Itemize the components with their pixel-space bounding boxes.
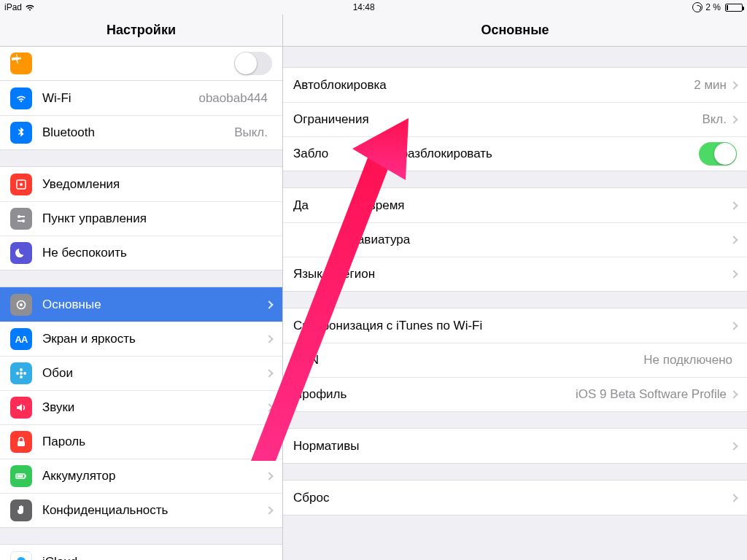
sidebar-item-label: iCloud (42, 555, 272, 561)
sidebar-item-label: Не беспокоить (42, 246, 272, 260)
flower-icon (10, 362, 32, 384)
detail-item-label: Автоблокировка (293, 78, 694, 93)
sidebar-item-не-беспокоить[interactable]: Не беспокоить (0, 236, 282, 270)
moon-icon (10, 242, 32, 264)
detail-panel: Основные Автоблокировка2 минОграниченияВ… (283, 15, 747, 560)
detail-item-профиль[interactable]: ПрофильiOS 9 Beta Software Profile (283, 377, 747, 411)
speaker-icon (10, 397, 32, 419)
sidebar-item-основные[interactable]: Основные (0, 287, 282, 322)
sidebar-item-value: obaobab444 (198, 91, 268, 106)
chevron-right-icon (265, 506, 273, 514)
detail-item-label: Профиль (293, 387, 576, 402)
svg-point-12 (23, 372, 26, 375)
sidebar-item-конфиденциальность[interactable]: Конфиденциальность (0, 493, 282, 527)
bluetooth-icon (10, 122, 32, 144)
chevron-right-icon (729, 115, 738, 123)
svg-point-9 (20, 368, 23, 371)
chevron-right-icon (265, 438, 273, 446)
lock-icon (10, 431, 32, 453)
sidebar-item-icloud[interactable]: iCloud (0, 545, 282, 560)
sidebar-item-bluetooth[interactable]: BluetoothВыкл. (0, 115, 282, 149)
sidebar-item-label: Пункт управления (42, 211, 272, 226)
detail-item-автоблокировка[interactable]: Автоблокировка2 мин (283, 68, 747, 102)
sidebar-item-label: Уведомления (42, 177, 272, 192)
svg-point-11 (16, 372, 19, 375)
detail-item-label: VPN (293, 353, 643, 368)
sidebar-item-обои[interactable]: Обои (0, 356, 282, 390)
detail-item-value: iOS 9 Beta Software Profile (576, 387, 727, 402)
aa-icon: AA (10, 328, 32, 350)
sidebar-item-звуки[interactable]: Звуки (0, 390, 282, 424)
toggle-switch[interactable] (699, 142, 737, 166)
svg-point-8 (20, 372, 23, 375)
detail-item-label: Синхронизация с iTunes по Wi-Fi (293, 319, 731, 333)
sidebar-item-пункт-управления[interactable]: Пункт управления (0, 201, 282, 236)
sidebar-item-label: Пароль (42, 435, 266, 449)
battery-percent: 2 % (705, 2, 721, 12)
detail-item-ограничения[interactable]: ОграниченияВкл. (283, 102, 747, 136)
sidebar-item-value: Выкл. (234, 125, 268, 140)
sidebar-item-аккумулятор[interactable]: Аккумулятор (0, 459, 282, 493)
detail-item-label: Сброс (293, 491, 731, 505)
chevron-right-icon (265, 335, 273, 343)
sidebar-item-wi-fi[interactable]: Wi-Fiobaobab444 (0, 81, 282, 115)
sidebar-item-label: Звуки (42, 400, 266, 415)
airplane-icon (10, 52, 32, 74)
sidebar-item-label: Wi-Fi (42, 91, 198, 106)
device-name: iPad (4, 2, 22, 12)
sidebar-item-label: Основные (42, 298, 266, 312)
svg-point-1 (20, 183, 23, 186)
svg-point-2 (18, 215, 20, 218)
detail-item-язык-и-регион[interactable]: Язык и регион (283, 257, 747, 291)
detail-item-vpn[interactable]: VPNНе подключено (283, 343, 747, 377)
chevron-right-icon (265, 403, 273, 411)
sidebar-title: Настройки (0, 15, 282, 47)
detail-item-лавиатура[interactable]: лавиатура (283, 222, 747, 257)
orientation-lock-icon (692, 2, 703, 12)
detail-item-label: Язык и регион (293, 267, 731, 281)
detail-item-label: Ограничения (293, 112, 702, 127)
detail-item-value: 2 мин (694, 78, 727, 93)
detail-item-заблоть-разблокировать[interactable]: Заблоть/разблокировать (283, 136, 747, 171)
svg-rect-5 (18, 220, 22, 222)
sidebar-item-airplane-mode[interactable] (0, 47, 282, 81)
wifi-status-icon (25, 4, 35, 11)
detail-item-да-время[interactable]: Да время (283, 188, 747, 222)
detail-item-value: Вкл. (702, 112, 727, 127)
sidebar-item-уведомления[interactable]: Уведомления (0, 167, 282, 201)
svg-point-4 (22, 219, 25, 222)
detail-title: Основные (283, 15, 747, 47)
sidebar-item-пароль[interactable]: Пароль (0, 424, 282, 459)
status-bar: iPad 14:48 2 % (0, 0, 747, 15)
battery-icon (725, 4, 743, 12)
chevron-right-icon (729, 442, 738, 450)
svg-point-10 (20, 376, 23, 378)
detail-item-value: Не подключено (643, 353, 732, 368)
hand-icon (10, 499, 32, 521)
chevron-right-icon (729, 236, 738, 244)
sidebar-item-label: Bluetooth (42, 125, 234, 140)
wifi-icon (10, 88, 32, 109)
gear-icon (10, 294, 32, 316)
chevron-right-icon (729, 270, 738, 278)
chevron-right-icon (265, 300, 273, 308)
chevron-right-icon (729, 322, 738, 330)
svg-rect-15 (26, 475, 27, 478)
cloud-icon (10, 551, 32, 561)
detail-item-label: лавиатура (293, 233, 731, 247)
detail-item-label: Заблоть/разблокировать (293, 147, 699, 161)
detail-item-сброс[interactable]: Сброс (283, 481, 747, 515)
sidebar-item-label: Экран и яркость (42, 332, 266, 346)
chevron-right-icon (265, 369, 273, 377)
detail-item-нормативы[interactable]: Нормативы (283, 429, 747, 463)
svg-rect-3 (20, 216, 25, 217)
chevron-right-icon (265, 472, 273, 480)
svg-point-7 (20, 303, 23, 306)
battery-icon (10, 465, 32, 487)
airplane-toggle[interactable] (234, 52, 272, 75)
sidebar-item-экран-и-яркость[interactable]: AAЭкран и яркость (0, 322, 282, 356)
sidebar-item-label: Обои (42, 366, 266, 381)
toggles-icon (10, 208, 32, 230)
detail-item-синхронизация-с-itunes-по-wi-fi[interactable]: Синхронизация с iTunes по Wi-Fi (283, 308, 747, 343)
detail-item-label: Да время (293, 198, 731, 213)
